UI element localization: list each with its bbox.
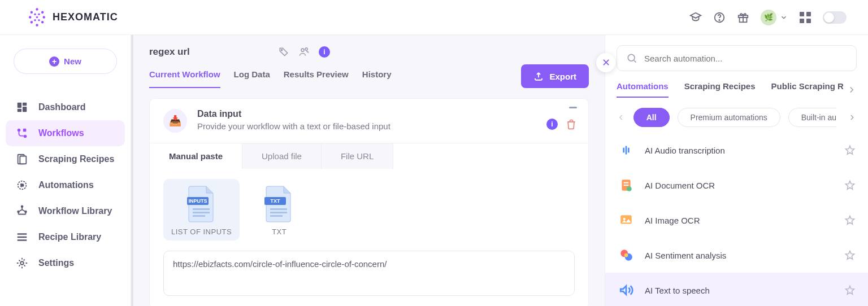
academy-icon[interactable] (689, 11, 702, 24)
svg-point-9 (38, 14, 40, 16)
sentiment-icon (618, 247, 635, 264)
info-icon[interactable]: i (319, 46, 330, 58)
theme-toggle[interactable] (823, 11, 847, 24)
filter-pills: AllPremium automationsBuilt-in automo (633, 108, 837, 127)
star-icon[interactable] (844, 145, 856, 156)
svg-rect-38 (193, 212, 210, 213)
automation-ai-image-ocr[interactable]: AI Image OCR (605, 203, 868, 238)
svg-point-10 (34, 19, 36, 21)
help-icon[interactable] (713, 11, 726, 24)
svg-rect-25 (20, 156, 26, 164)
svg-point-7 (36, 24, 38, 26)
file-choice-label: LIST OF INPUTS (171, 228, 232, 236)
star-icon[interactable] (844, 215, 856, 226)
trash-icon[interactable] (566, 119, 577, 130)
file-choice-txt[interactable]: TXTTXT (254, 179, 304, 241)
svg-point-11 (38, 19, 40, 21)
input-tab-file-url[interactable]: File URL (322, 143, 393, 169)
sidebar-item-dashboard[interactable]: Dashboard (6, 94, 125, 120)
wf-lib-icon (16, 205, 28, 217)
pill-premium-automations[interactable]: Premium automations (678, 108, 780, 127)
sidebar-item-settings[interactable]: Settings (6, 250, 125, 276)
svg-point-22 (24, 135, 27, 138)
close-panel-button[interactable]: ✕ (596, 53, 615, 72)
svg-rect-39 (193, 215, 205, 217)
cat-tab-public-scraping-recipes[interactable]: Public Scraping Recipes (771, 81, 843, 98)
sidebar-item-recipes[interactable]: Scraping Recipes (6, 146, 125, 172)
pill-all[interactable]: All (633, 108, 670, 127)
svg-point-8 (34, 14, 36, 16)
automation-ai-audio-transcription[interactable]: AI Audio transcription (605, 133, 868, 168)
svg-point-28 (21, 206, 23, 207)
document-icon: TXT (262, 183, 296, 223)
step-description: Provide your workflow with a text or fil… (197, 121, 390, 131)
chevron-right-icon[interactable] (847, 85, 857, 95)
tab-log-data[interactable]: Log Data (234, 65, 270, 88)
star-icon[interactable] (844, 285, 856, 296)
svg-rect-37 (193, 208, 210, 210)
apps-grid-icon[interactable] (799, 11, 811, 24)
cat-tab-automations[interactable]: Automations (617, 81, 669, 98)
search-automation[interactable] (617, 45, 857, 71)
automation-label: AI Text to speech (645, 286, 834, 295)
recipes-icon (16, 153, 28, 165)
search-input[interactable] (644, 54, 847, 63)
sidebar-item-wf-lib[interactable]: Workflow Library (6, 198, 125, 224)
share-icon[interactable] (298, 46, 310, 58)
img-icon (618, 212, 635, 229)
doc-icon (618, 177, 635, 194)
svg-point-0 (36, 8, 38, 10)
cat-tab-scraping-recipes[interactable]: Scraping Recipes (684, 81, 756, 98)
sidebar-item-automations[interactable]: Automations (6, 172, 125, 198)
pill-built-in-automo[interactable]: Built-in automo (788, 108, 837, 127)
automation-ai-sentiment-analysis[interactable]: AI Sentiment analysis (605, 238, 868, 273)
sidebar-item-workflows[interactable]: Workflows (6, 120, 125, 146)
user-menu[interactable]: 🌿 (761, 10, 788, 25)
workflow-title[interactable]: regex url (149, 46, 190, 58)
rec-lib-icon (16, 231, 28, 243)
sidebar: + New DashboardWorkflowsScraping Recipes… (0, 35, 131, 306)
tab-history[interactable]: History (362, 65, 392, 88)
svg-point-31 (20, 261, 24, 265)
svg-rect-17 (18, 103, 21, 108)
gift-icon[interactable] (737, 11, 749, 24)
svg-rect-44 (270, 215, 283, 217)
main-content: regex url i Current WorkflowLog DataResu… (131, 35, 605, 306)
export-label: Export (549, 72, 576, 81)
tab-results-preview[interactable]: Results Preview (284, 65, 349, 88)
automation-ai-text-to-speech[interactable]: AI Text to speech (605, 273, 868, 306)
audio-icon (618, 142, 635, 159)
svg-point-51 (623, 218, 626, 220)
automation-ai-document-ocr[interactable]: AI Document OCR (605, 168, 868, 203)
export-button[interactable]: Export (521, 64, 589, 88)
category-tabs: AutomationsScraping RecipesPublic Scrapi… (617, 81, 843, 98)
new-button[interactable]: + New (14, 49, 117, 74)
star-icon[interactable] (844, 250, 856, 261)
star-icon[interactable] (844, 180, 856, 191)
collapse-icon[interactable] (569, 107, 577, 108)
automation-label: AI Document OCR (645, 181, 834, 190)
sidebar-item-label: Workflow Library (38, 206, 112, 216)
chevron-right-icon[interactable] (848, 112, 857, 123)
svg-rect-47 (624, 182, 629, 183)
svg-point-49 (627, 186, 632, 191)
url-input[interactable] (163, 251, 575, 296)
tab-current-workflow[interactable]: Current Workflow (149, 65, 220, 88)
input-tab-upload-file[interactable]: Upload file (242, 143, 322, 169)
automation-label: AI Audio transcription (645, 146, 834, 155)
sidebar-item-label: Automations (38, 180, 94, 190)
input-tab-manual-paste[interactable]: Manual paste (150, 143, 242, 169)
hexomatic-logo-icon (27, 7, 47, 27)
brand-logo[interactable]: HEXOMATIC (27, 7, 118, 27)
automation-label: AI Image OCR (645, 216, 834, 225)
sidebar-item-rec-lib[interactable]: Recipe Library (6, 224, 125, 250)
file-choice-list-of-inputs[interactable]: INPUTSLIST OF INPUTS (163, 179, 240, 241)
brand-name: HEXOMATIC (53, 11, 118, 23)
step-icon: 📥 (163, 109, 187, 133)
svg-point-12 (36, 16, 38, 19)
step-info-icon[interactable]: i (546, 119, 558, 130)
workflow-tabs: Current WorkflowLog DataResults PreviewH… (149, 65, 391, 88)
tag-icon[interactable] (278, 46, 289, 58)
plus-icon: + (49, 56, 59, 67)
chevron-left-icon[interactable] (617, 112, 626, 123)
